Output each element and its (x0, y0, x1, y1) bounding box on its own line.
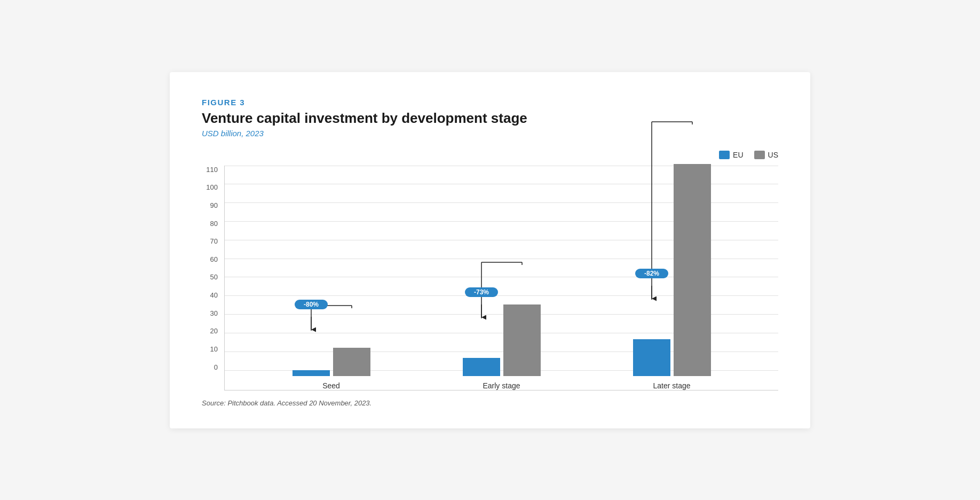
chart-area: 0102030405060708090100110 Seed-80%Early … (202, 166, 778, 390)
y-tick: 100 (206, 183, 218, 191)
bar-group: Early stage-73% (463, 304, 541, 390)
bar-eu (463, 358, 500, 376)
y-tick: 40 (210, 291, 218, 299)
y-tick: 90 (210, 201, 218, 209)
legend-eu: EU (719, 151, 743, 159)
y-tick: 60 (210, 255, 218, 263)
bar-us (503, 304, 541, 376)
bars-container: Seed-80%Early stage-73%Later stage-82% (225, 166, 778, 390)
bar-eu (633, 339, 670, 376)
bar-eu (293, 370, 330, 376)
legend: EU US (202, 151, 778, 159)
y-tick: 50 (210, 273, 218, 281)
bars-row (293, 348, 370, 376)
y-tick: 10 (210, 345, 218, 353)
source-text: Source: Pitchbook data. Accessed 20 Nove… (202, 399, 778, 407)
y-tick: 20 (210, 327, 218, 335)
y-tick: 80 (210, 220, 218, 228)
y-tick: 0 (214, 363, 218, 371)
chart-subtitle: USD billion, 2023 (202, 129, 778, 138)
y-tick: 30 (210, 309, 218, 317)
bar-group-label: Seed (322, 381, 340, 390)
bar-us (333, 348, 370, 376)
bar-group-label: Early stage (483, 381, 520, 390)
eu-label: EU (733, 151, 743, 159)
chart-title: Venture capital investment by developmen… (202, 110, 778, 127)
bars-row (633, 164, 711, 376)
bar-group-label: Later stage (653, 381, 690, 390)
figure-card: FIGURE 3 Venture capital investment by d… (170, 72, 810, 428)
eu-swatch (719, 151, 730, 159)
bar-group: Later stage-82% (633, 164, 711, 390)
figure-label: FIGURE 3 (202, 98, 778, 107)
y-axis: 0102030405060708090100110 (202, 166, 224, 390)
y-tick: 110 (206, 166, 218, 174)
us-label: US (768, 151, 778, 159)
bar-us (674, 164, 711, 376)
bars-row (463, 304, 541, 376)
us-swatch (754, 151, 765, 159)
bar-group: Seed-80% (293, 348, 370, 390)
legend-us: US (754, 151, 778, 159)
y-tick: 70 (210, 237, 218, 245)
chart-body: Seed-80%Early stage-73%Later stage-82% (224, 166, 778, 390)
